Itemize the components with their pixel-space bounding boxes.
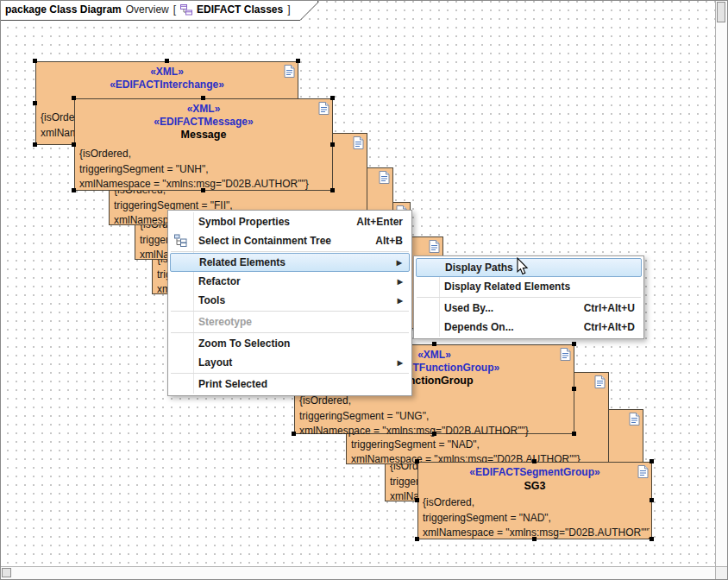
selection-handle[interactable] <box>72 188 76 192</box>
context-menu-item-print-selected[interactable]: Print Selected <box>168 375 411 394</box>
context-menu-item-symbol-properties[interactable]: Symbol PropertiesAlt+Enter <box>168 212 411 231</box>
submenu-arrow-icon: ▶ <box>387 297 403 305</box>
menu-item-label: Symbol Properties <box>198 216 290 228</box>
selection-handle[interactable] <box>72 96 76 100</box>
menu-item-label: Select in Containment Tree <box>198 235 331 247</box>
context-menu-item-select-in-containment-tree[interactable]: Select in Containment TreeAlt+B <box>168 231 411 250</box>
menu-item-shortcut: Ctrl+Alt+U <box>568 302 635 314</box>
selection-handle[interactable] <box>330 96 335 100</box>
selection-handle[interactable] <box>415 459 419 463</box>
horizontal-scrollbar-thumb[interactable] <box>2 568 11 577</box>
class-body-line: triggeringSegment = "NAD", <box>423 511 650 526</box>
uml-class-message[interactable]: «XML»«EDIFACTMessage»Message{isOrdered,t… <box>74 98 333 191</box>
submenu-arrow-icon: ▶ <box>387 278 403 286</box>
related-elements-submenu-item-display-paths[interactable]: Display Paths <box>416 258 642 277</box>
doc-icon <box>594 375 606 388</box>
selection-handle[interactable] <box>201 96 205 100</box>
selection-handle[interactable] <box>532 537 537 541</box>
menu-item-label: Refactor <box>198 275 241 287</box>
selection-handle[interactable] <box>532 459 537 463</box>
diagram-window: package Class Diagram Overview [ EDIFACT… <box>0 0 728 580</box>
menu-item-label: Stereotype <box>198 316 252 328</box>
class-body: {isOrdered,triggeringSegment = "NAD",xml… <box>423 495 650 541</box>
menu-item-label: Used By... <box>444 302 493 314</box>
selection-handle[interactable] <box>165 59 169 63</box>
selection-handle[interactable] <box>415 537 419 541</box>
diagram-context-label: Overview <box>126 3 169 16</box>
menu-item-label: Related Elements <box>199 256 286 268</box>
doc-icon <box>353 136 364 149</box>
context-menu-item-layout[interactable]: Layout▶ <box>168 353 411 372</box>
selection-handle[interactable] <box>330 188 335 192</box>
context-menu-item-refactor[interactable]: Refactor▶ <box>168 272 411 291</box>
context-menu-item-related-elements[interactable]: Related Elements▶ <box>170 253 410 272</box>
frame-header: package Class Diagram Overview [ EDIFACT… <box>5 3 291 16</box>
menu-item-shortcut: Ctrl+Alt+D <box>568 321 635 333</box>
context-menu-item-zoom-to-selection[interactable]: Zoom To Selection <box>168 334 411 353</box>
class-body-line: {isOrdered, <box>423 495 650 511</box>
stereotype-label: «EDIFACTMessage» <box>75 116 332 129</box>
doc-icon <box>637 465 649 478</box>
submenu-arrow-icon: ▶ <box>386 259 402 267</box>
stereotype-label: «EDIFACTSegmentGroup» <box>418 466 651 479</box>
related-elements-submenu: Display PathsDisplay Related ElementsUse… <box>413 255 644 339</box>
selection-handle[interactable] <box>432 432 436 436</box>
selection-handle[interactable] <box>33 101 37 105</box>
stereotype-label: «XML» <box>75 103 332 116</box>
bracket-close: ] <box>287 3 290 16</box>
menu-item-label: Zoom To Selection <box>198 337 290 350</box>
diagram-name: EDIFACT Classes <box>197 3 283 16</box>
menu-item-label: Display Paths <box>445 262 513 274</box>
doc-icon <box>629 413 640 426</box>
selection-handle[interactable] <box>572 432 576 436</box>
uml-class-sg3[interactable]: «EDIFACTSegmentGroup»SG3{isOrdered,trigg… <box>417 462 652 539</box>
scrollbar-corner <box>715 566 727 579</box>
containment-tree-icon <box>174 234 187 247</box>
menu-item-label: Depends On... <box>444 321 514 333</box>
selection-handle[interactable] <box>650 459 654 463</box>
class-body-line: triggeringSegment = "UNH", <box>79 162 330 178</box>
class-diagram-icon <box>180 4 192 16</box>
selection-handle[interactable] <box>33 59 37 63</box>
context-menu: Symbol PropertiesAlt+EnterSelect in Cont… <box>167 210 412 396</box>
related-elements-submenu-item-used-by[interactable]: Used By...Ctrl+Alt+U <box>414 299 643 318</box>
selection-handle[interactable] <box>650 498 654 502</box>
related-elements-submenu-item-display-related-elements[interactable]: Display Related Elements <box>414 277 643 296</box>
selection-handle[interactable] <box>572 387 576 391</box>
bracket-open: [ <box>173 3 176 16</box>
context-menu-item-stereotype: Stereotype <box>168 312 411 331</box>
selection-handle[interactable] <box>650 537 654 541</box>
stereotype-label: «XML» <box>36 66 298 79</box>
selection-handle[interactable] <box>432 342 436 346</box>
class-body-line: {isOrdered, <box>79 147 330 162</box>
class-body-line: triggeringSegment = "UNG", <box>299 409 572 425</box>
doc-icon <box>560 348 571 361</box>
related-elements-submenu-item-depends-on[interactable]: Depends On...Ctrl+Alt+D <box>414 318 643 337</box>
menu-item-label: Print Selected <box>198 378 267 390</box>
selection-handle[interactable] <box>201 188 205 192</box>
doc-icon <box>318 102 329 115</box>
menu-item-label: Layout <box>198 356 232 369</box>
selection-handle[interactable] <box>330 142 335 147</box>
doc-icon <box>429 240 440 253</box>
selection-handle[interactable] <box>296 59 300 63</box>
stereotype-label: «EDIFACTInterchange» <box>36 79 298 91</box>
menu-item-label: Tools <box>198 294 225 306</box>
vertical-scrollbar[interactable] <box>715 1 727 567</box>
selection-handle[interactable] <box>72 142 76 147</box>
horizontal-scrollbar[interactable] <box>1 566 716 579</box>
selection-handle[interactable] <box>415 498 419 502</box>
context-menu-item-tools[interactable]: Tools▶ <box>168 291 411 310</box>
selection-handle[interactable] <box>292 432 296 436</box>
diagram-canvas[interactable]: package Class Diagram Overview [ EDIFACT… <box>1 1 727 579</box>
selection-handle[interactable] <box>572 342 576 346</box>
diagram-kind-label: package Class Diagram <box>5 3 122 16</box>
menu-item-label: Display Related Elements <box>444 281 570 293</box>
selection-handle[interactable] <box>33 142 37 147</box>
menu-item-shortcut: Alt+B <box>360 235 403 247</box>
doc-icon <box>284 65 295 78</box>
doc-icon <box>379 171 390 184</box>
class-body-line: triggeringSegment = "NAD", <box>351 438 606 453</box>
menu-item-shortcut: Alt+Enter <box>341 216 403 228</box>
vertical-scrollbar-thumb[interactable] <box>717 2 725 22</box>
